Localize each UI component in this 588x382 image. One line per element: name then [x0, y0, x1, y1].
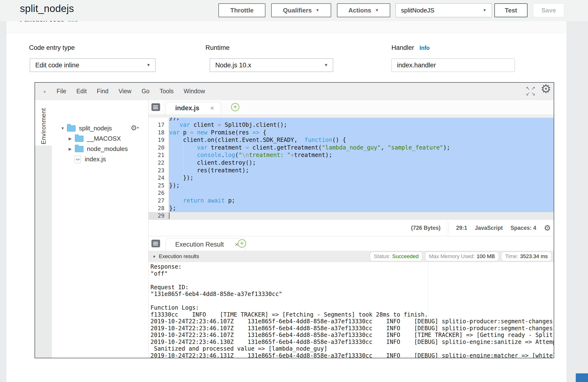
tab-list-icon[interactable] [151, 103, 160, 111]
caret-down-icon[interactable]: ▼ [61, 126, 67, 131]
cloud9-ide: ▲ File Edit Find View Go Tools Window ↖↗… [35, 82, 554, 358]
menu-window[interactable]: Window [184, 88, 205, 95]
execution-log-panel: Response:"off"Request ID:"131e865f-6eb4-… [148, 262, 554, 358]
chevron-down-icon: ▼ [324, 63, 328, 68]
time-badge: Time: 3523.34 ms [501, 252, 552, 261]
menu-view[interactable]: View [119, 88, 131, 95]
execution-results-title[interactable]: Execution results [159, 253, 199, 260]
test-button[interactable]: Test [494, 3, 527, 17]
chevron-down-icon: ▼ [483, 8, 486, 12]
code-line: 29 [148, 212, 554, 220]
handler-info-link[interactable]: Info [420, 45, 430, 51]
tree-row-root[interactable]: ▼ split_nodejs [61, 123, 112, 134]
code-line: 22 client.destroy(); [148, 159, 554, 167]
log-line: 2019-10-24T22:23:46.130Z 131e865f-6eb4-4… [150, 339, 554, 345]
test-label: Test [505, 7, 517, 14]
caret-down-icon[interactable]: ▼ [152, 254, 156, 259]
new-tab-plus-icon[interactable]: + [231, 103, 239, 111]
menu-tools[interactable]: Tools [160, 88, 173, 95]
actions-button[interactable]: Actions ▼ [337, 3, 390, 17]
function-title: split_nodejs [20, 3, 74, 14]
caret-down-icon: ▾ [137, 126, 139, 130]
code-line: 28}; [148, 205, 554, 212]
menu-edit[interactable]: Edit [76, 88, 87, 95]
tree-row-indexjs[interactable]: <> index.js [75, 154, 106, 164]
status-badge: Status: Succeeded [370, 252, 423, 261]
code-entry-type-select[interactable]: Edit code inline ▼ [30, 58, 155, 72]
handler-label: Handler [391, 44, 414, 52]
lambda-console-page: split_nodejs Throttle Qualifiers ▼ Actio… [0, 0, 588, 382]
log-line: 2019-10-24T22:23:46.107Z 131e865f-6eb4-4… [150, 332, 554, 339]
memory-badge: Max Memory Used: 100 MB [425, 252, 499, 261]
execution-results-header: ▼ Execution results Status: Succeeded Ma… [148, 251, 554, 262]
qualifiers-button[interactable]: Qualifiers ▼ [271, 3, 331, 17]
chevron-down-icon: ▼ [315, 8, 319, 12]
log-line: "131e865f-6eb4-4dd8-858e-a37ef13330cc" [150, 291, 554, 298]
save-button[interactable]: Save [533, 3, 564, 17]
ide-menubar: ▲ File Edit Find View Go Tools Window ↖↗… [35, 83, 554, 100]
function-code-card: Function codeInfo Code entry type Runtim… [6, 21, 567, 382]
menu-file[interactable]: File [57, 88, 66, 95]
arrow-sw: ↙ [526, 91, 531, 96]
log-line: f13330cc INFO [TIME TRACKER] => [Fetchin… [150, 311, 554, 318]
cursor-position: 29:1 [456, 225, 467, 231]
runtime-value: Node.js 10.x [215, 62, 251, 69]
log-line: Response: [150, 263, 554, 270]
js-file-icon: <> [75, 155, 81, 163]
log-line [150, 298, 554, 305]
code-line: 23 res(treatment); [148, 167, 554, 174]
execution-log-text: Response:"off"Request ID:"131e865f-6eb4-… [148, 262, 554, 358]
feedback-widget-corner[interactable] [576, 373, 588, 382]
arrow-ne: ↗ [531, 86, 536, 91]
editor-settings-gear-icon[interactable]: ⚙ [544, 223, 551, 232]
code-line: 20 var treatment = client.getTreatment("… [148, 144, 554, 152]
file-size: (726 Bytes) [411, 225, 441, 231]
menu-find[interactable]: Find [97, 88, 108, 95]
editor-status-bar: (726 Bytes) 29:1 JavaScript Spaces: 4 ⚙ [148, 220, 554, 236]
tab-execution-result[interactable]: Execution Result × [165, 238, 246, 251]
test-event-select[interactable]: splitNodeJS ▼ [396, 3, 492, 17]
indent-guide [183, 137, 183, 182]
folder-icon [75, 136, 84, 142]
code-entry-type-value: Edit code inline [35, 62, 79, 69]
clipped-section-title: Function codeInfo [20, 21, 145, 23]
tab-label: index.js [175, 104, 199, 112]
tree-folder-label: __MACOSX [87, 135, 121, 142]
environment-strip-background [35, 145, 52, 358]
code-line: 25}); [148, 182, 554, 190]
tree-row-node-modules[interactable]: ▶ node_modules [69, 144, 128, 154]
tab-list-icon[interactable] [151, 240, 160, 247]
file-tree-panel: ▼ split_nodejs ⚙▾ ▶ __MACOSX ▶ node_modu… [52, 100, 148, 358]
code-entry-type-label: Code entry type [29, 44, 75, 52]
folder-icon [75, 146, 84, 152]
log-line: 2019-10-24T22:23:46.107Z 131e865f-6eb4-4… [150, 318, 554, 325]
close-icon[interactable]: × [210, 104, 214, 112]
fullscreen-icon[interactable]: ↖↗↙↘ [526, 86, 537, 96]
time-label: Time: [505, 253, 518, 260]
collapse-triangle-icon[interactable]: ▲ [43, 89, 46, 94]
menu-go[interactable]: Go [142, 88, 149, 95]
tree-row-macosx[interactable]: ▶ __MACOSX [69, 134, 121, 144]
code-rows: });17 var client = SplitObj.client();18v… [148, 118, 554, 220]
tab-label: Execution Result [175, 241, 224, 248]
tree-settings-gear-icon[interactable]: ⚙▾ [130, 124, 139, 132]
caret-right-icon[interactable]: ▶ [69, 147, 75, 151]
environment-tab[interactable]: Environment [35, 100, 52, 153]
code-line: 26 [148, 189, 554, 197]
folder-icon [67, 125, 76, 132]
code-line: 21 console.log("\ntreatment: "+treatment… [148, 152, 554, 159]
code-editor-surface[interactable]: });17 var client = SplitObj.client();18v… [148, 118, 554, 220]
chevron-down-icon: ▼ [147, 63, 150, 68]
indent-setting[interactable]: Spaces: 4 [510, 225, 536, 231]
throttle-button[interactable]: Throttle [218, 3, 265, 17]
ide-settings-gear-icon[interactable]: ⚙ [541, 82, 551, 96]
log-line: Function Logs: [150, 304, 554, 311]
log-line: 2019-10-24T22:23:46.107Z 131e865f-6eb4-4… [150, 325, 554, 332]
runtime-select[interactable]: Node.js 10.x ▼ [210, 58, 333, 72]
environment-tab-label: Environment [40, 108, 47, 144]
new-tab-plus-icon[interactable]: + [238, 239, 246, 248]
tab-indexjs[interactable]: index.js × [165, 102, 221, 114]
handler-input[interactable]: index.handler [391, 58, 515, 72]
language-mode[interactable]: JavaScript [475, 225, 503, 231]
caret-right-icon[interactable]: ▶ [69, 136, 75, 141]
